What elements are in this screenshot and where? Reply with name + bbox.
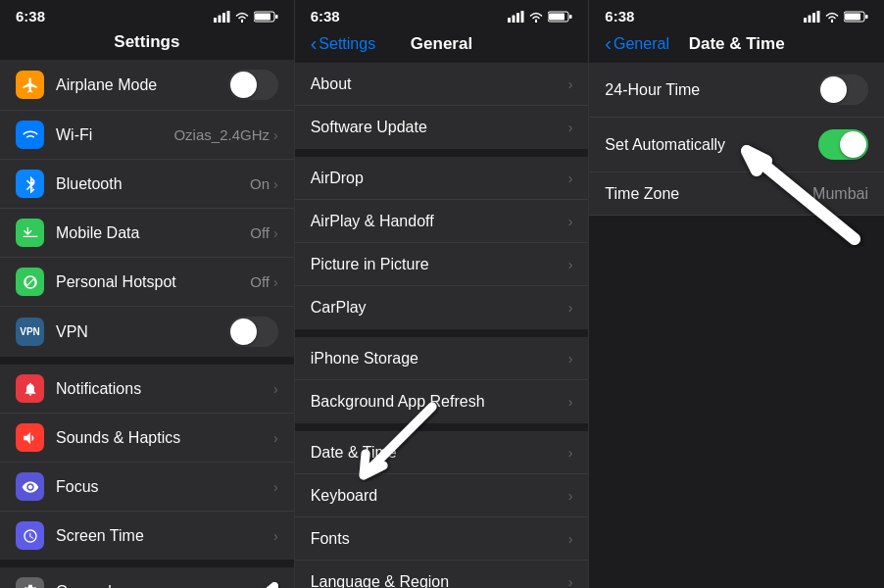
notifications-icon bbox=[16, 374, 44, 403]
row-iphone-storage[interactable]: iPhone Storage › bbox=[295, 337, 589, 380]
cellular-icon-3 bbox=[804, 11, 820, 23]
row-airplane-mode[interactable]: Airplane Mode bbox=[0, 60, 294, 111]
iphone-storage-label: iPhone Storage bbox=[311, 350, 568, 368]
svg-rect-9 bbox=[513, 15, 516, 23]
general-header: ‹ Settings General bbox=[295, 28, 589, 63]
vpn-icon: VPN bbox=[16, 318, 44, 346]
svg-rect-5 bbox=[255, 13, 270, 20]
row-24hour[interactable]: 24-Hour Time bbox=[589, 63, 884, 118]
24hour-label: 24-Hour Time bbox=[605, 81, 818, 99]
row-general[interactable]: General › bbox=[0, 567, 294, 588]
airdrop-label: AirDrop bbox=[311, 170, 568, 187]
row-language[interactable]: Language & Region › bbox=[295, 561, 589, 588]
status-icons-1 bbox=[214, 11, 278, 23]
datetime-header: ‹ General Date & Time bbox=[589, 28, 884, 63]
sounds-chevron: › bbox=[273, 430, 278, 446]
back-general-label: General bbox=[614, 35, 669, 53]
general-chevron: › bbox=[273, 584, 278, 589]
row-wifi[interactable]: Wi-Fi Ozias_2.4GHz › bbox=[0, 111, 294, 160]
row-bluetooth[interactable]: Bluetooth On › bbox=[0, 160, 294, 209]
status-bar-3: 6:38 bbox=[589, 0, 884, 28]
svg-rect-6 bbox=[275, 15, 278, 19]
wifi-value: Ozias_2.4GHz bbox=[173, 126, 270, 143]
svg-rect-21 bbox=[865, 15, 868, 19]
row-bg-refresh[interactable]: Background App Refresh › bbox=[295, 380, 589, 423]
sounds-label: Sounds & Haptics bbox=[56, 429, 273, 447]
row-date-time[interactable]: Date & Time › bbox=[295, 431, 589, 474]
back-to-general[interactable]: ‹ General bbox=[605, 32, 669, 55]
row-vpn[interactable]: VPN VPN bbox=[0, 307, 294, 357]
row-keyboard[interactable]: Keyboard › bbox=[295, 474, 589, 517]
svg-rect-17 bbox=[812, 13, 815, 23]
screen-time-icon bbox=[16, 521, 44, 550]
battery-icon-3 bbox=[844, 11, 868, 23]
svg-rect-10 bbox=[516, 13, 519, 23]
wifi-icon-2 bbox=[528, 11, 544, 23]
row-airplay[interactable]: AirPlay & Handoff › bbox=[295, 200, 589, 243]
status-icons-3 bbox=[804, 11, 868, 23]
panel-settings: 6:38 Settings bbox=[0, 0, 295, 588]
screen-time-chevron: › bbox=[273, 528, 278, 544]
notifications-chevron: › bbox=[273, 381, 278, 397]
general-group-2: AirDrop › AirPlay & Handoff › Picture in… bbox=[295, 157, 589, 329]
wifi-chevron: › bbox=[273, 127, 278, 143]
fonts-label: Fonts bbox=[311, 530, 568, 548]
notifications-label: Notifications bbox=[56, 380, 273, 398]
carplay-label: CarPlay bbox=[311, 299, 568, 317]
back-to-settings[interactable]: ‹ Settings bbox=[311, 32, 375, 55]
row-timezone[interactable]: Time Zone Mumbai bbox=[589, 172, 884, 216]
cellular-icon bbox=[214, 11, 230, 23]
cellular-icon-2 bbox=[508, 11, 524, 23]
svg-rect-3 bbox=[226, 11, 229, 23]
row-focus[interactable]: Focus › bbox=[0, 463, 294, 512]
bg-refresh-label: Background App Refresh bbox=[311, 393, 568, 411]
panel-general: 6:38 ‹ Settings General bbox=[295, 0, 590, 588]
language-label: Language & Region bbox=[311, 573, 568, 589]
datetime-group-1: 24-Hour Time Set Automatically Time Zone… bbox=[589, 63, 884, 216]
datetime-title: Date & Time bbox=[689, 34, 785, 54]
settings-group-alerts: Notifications › Sounds & Haptics › Focus… bbox=[0, 365, 294, 560]
row-mobile-data[interactable]: Mobile Data Off › bbox=[0, 209, 294, 258]
row-pip[interactable]: Picture in Picture › bbox=[295, 243, 589, 286]
hotspot-label: Personal Hotspot bbox=[56, 273, 250, 291]
mobile-data-icon bbox=[16, 219, 44, 247]
row-hotspot[interactable]: Personal Hotspot Off › bbox=[0, 258, 294, 307]
focus-label: Focus bbox=[56, 478, 273, 496]
hotspot-chevron: › bbox=[273, 274, 278, 290]
date-time-label: Date & Time bbox=[311, 444, 568, 462]
sounds-icon bbox=[16, 423, 44, 452]
keyboard-label: Keyboard bbox=[311, 487, 568, 505]
mobile-data-label: Mobile Data bbox=[56, 224, 250, 242]
row-sounds[interactable]: Sounds & Haptics › bbox=[0, 414, 294, 463]
svg-rect-14 bbox=[569, 15, 572, 19]
settings-group-system: General › Control Centre › bbox=[0, 567, 294, 588]
general-title: General bbox=[411, 34, 472, 54]
back-label: Settings bbox=[319, 35, 375, 53]
status-bar-1: 6:38 bbox=[0, 0, 294, 28]
svg-rect-11 bbox=[521, 11, 524, 23]
row-notifications[interactable]: Notifications › bbox=[0, 365, 294, 414]
row-set-auto[interactable]: Set Automatically bbox=[589, 118, 884, 172]
row-fonts[interactable]: Fonts › bbox=[295, 517, 589, 561]
status-time-3: 6:38 bbox=[605, 8, 634, 24]
general-group-4: Date & Time › Keyboard › Fonts › Languag… bbox=[295, 431, 589, 588]
bluetooth-label: Bluetooth bbox=[56, 175, 250, 193]
row-software-update[interactable]: Software Update › bbox=[295, 106, 589, 149]
airplane-toggle[interactable] bbox=[228, 70, 278, 100]
row-screen-time[interactable]: Screen Time › bbox=[0, 512, 294, 560]
airplane-label: Airplane Mode bbox=[56, 76, 228, 94]
row-airdrop[interactable]: AirDrop › bbox=[295, 157, 589, 200]
panel-datetime: 6:38 ‹ General Date & Time bbox=[589, 0, 884, 588]
svg-rect-13 bbox=[549, 13, 565, 20]
settings-list: Airplane Mode Wi-Fi Ozias_2.4GHz › Bluet… bbox=[0, 60, 294, 588]
vpn-toggle[interactable] bbox=[228, 317, 278, 347]
24hour-toggle[interactable] bbox=[818, 74, 868, 105]
general-label: General bbox=[56, 583, 273, 589]
set-auto-toggle[interactable] bbox=[818, 129, 868, 160]
row-carplay[interactable]: CarPlay › bbox=[295, 286, 589, 329]
settings-title: Settings bbox=[0, 28, 294, 60]
battery-icon bbox=[254, 11, 278, 23]
status-time-1: 6:38 bbox=[16, 8, 45, 24]
svg-rect-2 bbox=[222, 13, 225, 23]
row-about[interactable]: About › bbox=[295, 63, 589, 106]
